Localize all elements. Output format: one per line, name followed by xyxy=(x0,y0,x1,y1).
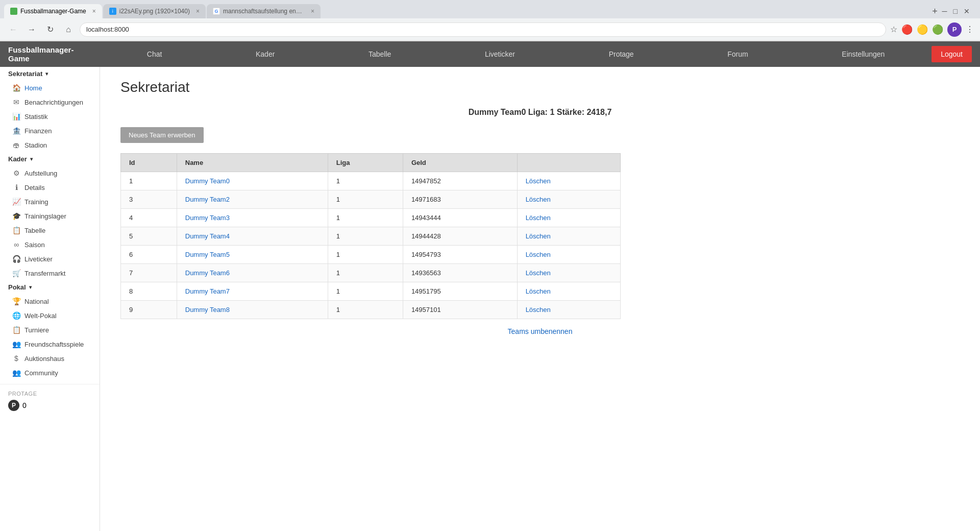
delete-link[interactable]: Löschen xyxy=(526,196,551,203)
tab-close-icon[interactable]: × xyxy=(311,8,314,15)
sidebar-item-aufstellung[interactable]: ⚙Aufstellung xyxy=(0,166,100,180)
nav-item-tabelle[interactable]: Tabelle xyxy=(363,41,396,67)
browser-tab-tab2[interactable]: ii22sAEy.png (980×531)× xyxy=(103,4,206,18)
sidebar-item-stadion[interactable]: 🏟Stadion xyxy=(0,138,100,152)
row-name[interactable]: Dummy Team4 xyxy=(177,227,328,246)
delete-link[interactable]: Löschen xyxy=(526,269,551,277)
team-link[interactable]: Dummy Team0 xyxy=(185,177,230,185)
row-liga: 1 xyxy=(328,264,403,282)
sidebar-item-label: Stadion xyxy=(24,141,47,149)
new-team-button[interactable]: Neues Team erwerben xyxy=(120,127,204,143)
delete-link[interactable]: Löschen xyxy=(526,177,551,185)
tab-close-icon[interactable]: × xyxy=(196,8,200,15)
row-name[interactable]: Dummy Team8 xyxy=(177,301,328,319)
team-link[interactable]: Dummy Team2 xyxy=(185,196,230,203)
sidebar-item-community[interactable]: 👥Community xyxy=(0,366,100,380)
sidebar-item-details[interactable]: ℹDetails xyxy=(0,180,100,195)
menu-icon[interactable]: ⋮ xyxy=(966,25,974,34)
table-row: 6Dummy Team5114954793Löschen xyxy=(121,246,621,264)
table-row: 4Dummy Team3114943444Löschen xyxy=(121,209,621,227)
tab-close-icon[interactable]: × xyxy=(92,8,96,15)
ext1-icon[interactable]: 🔴 xyxy=(901,24,913,35)
profile-button[interactable]: P xyxy=(947,22,962,37)
sidebar-item-label: Details xyxy=(24,184,45,191)
star-icon[interactable]: ☆ xyxy=(890,25,897,34)
nav-item-protage[interactable]: Protage xyxy=(604,41,639,67)
app-brand: Fussballmanager-Game xyxy=(0,45,100,63)
team-link[interactable]: Dummy Team3 xyxy=(185,214,230,222)
row-name[interactable]: Dummy Team5 xyxy=(177,246,328,264)
delete-link[interactable]: Löschen xyxy=(526,214,551,222)
address-bar[interactable] xyxy=(80,22,886,37)
team-link[interactable]: Dummy Team8 xyxy=(185,306,230,313)
sidebar-item-icon: 📊 xyxy=(12,112,20,120)
forward-button[interactable]: → xyxy=(24,22,39,37)
nav-item-liveticker[interactable]: Liveticker xyxy=(480,41,520,67)
row-geld: 14944428 xyxy=(403,227,517,246)
sidebar-item-benachrichtigungen[interactable]: ✉Benachrichtigungen xyxy=(0,95,100,109)
sidebar-item-auktionshaus[interactable]: $Auktionshaus xyxy=(0,351,100,366)
delete-link[interactable]: Löschen xyxy=(526,287,551,295)
sidebar-item-welt-pokal[interactable]: 🌐Welt-Pokal xyxy=(0,308,100,323)
sidebar-item-national[interactable]: 🏆National xyxy=(0,294,100,308)
sidebar-item-turniere[interactable]: 📋Turniere xyxy=(0,323,100,337)
nav-item-einstellungen[interactable]: Einstellungen xyxy=(837,41,890,67)
sidebar-icon: $ xyxy=(12,354,20,363)
sidebar-item-icon: 🏆 xyxy=(12,297,20,305)
maximize-icon[interactable]: □ xyxy=(953,7,958,15)
sidebar-item-freundschaftsspiele[interactable]: 👥Freundschaftsspiele xyxy=(0,337,100,351)
sidebar-item-finanzen[interactable]: 🏦Finanzen xyxy=(0,124,100,138)
row-name[interactable]: Dummy Team7 xyxy=(177,282,328,301)
ext2-icon[interactable]: 🟡 xyxy=(917,24,928,35)
row-id: 8 xyxy=(121,282,177,301)
sidebar-item-label: Saison xyxy=(24,241,45,249)
team-link[interactable]: Dummy Team5 xyxy=(185,251,230,258)
sidebar-item-saison[interactable]: ∞Saison xyxy=(0,237,100,252)
sidebar-section-sekretariat[interactable]: Sekretariat ▾ xyxy=(0,67,100,81)
refresh-button[interactable]: ↻ xyxy=(43,22,57,37)
sidebar-item-label: Turniere xyxy=(24,326,49,334)
browser-tab-tab3[interactable]: Gmannschaftsaufstellung englisch...× xyxy=(207,4,321,18)
team-link[interactable]: Dummy Team7 xyxy=(185,287,230,295)
row-name[interactable]: Dummy Team0 xyxy=(177,172,328,190)
team-link[interactable]: Dummy Team6 xyxy=(185,269,230,277)
sidebar-item-label: Home xyxy=(24,84,42,92)
sidebar-item-training[interactable]: 📈Training xyxy=(0,195,100,209)
sidebar-section-kader[interactable]: Kader ▾ xyxy=(0,152,100,166)
sidebar-item-home[interactable]: 🏠Home xyxy=(0,81,100,95)
sidebar-item-trainingslager[interactable]: 🎓Trainingslager xyxy=(0,209,100,223)
home-button[interactable]: ⌂ xyxy=(61,22,76,37)
sidebar-item-label: Tabelle xyxy=(24,227,45,234)
sidebar-item-liveticker[interactable]: 🎧Liveticker xyxy=(0,252,100,266)
row-liga: 1 xyxy=(328,190,403,209)
browser-chrome: Fussballmanager-Game×ii22sAEy.png (1920×… xyxy=(0,0,980,41)
logout-button[interactable]: Logout xyxy=(932,46,972,62)
sidebar-item-tabelle[interactable]: 📋Tabelle xyxy=(0,223,100,237)
tab-label: Fussballmanager-Game xyxy=(20,8,86,15)
minimize-icon[interactable]: ─ xyxy=(942,7,947,15)
nav-item-chat[interactable]: Chat xyxy=(142,41,167,67)
row-action: Löschen xyxy=(517,172,620,190)
row-name[interactable]: Dummy Team6 xyxy=(177,264,328,282)
nav-item-forum[interactable]: Forum xyxy=(722,41,753,67)
back-button[interactable]: ← xyxy=(6,22,20,37)
sidebar-section-pokal[interactable]: Pokal ▾ xyxy=(0,280,100,294)
new-tab-button[interactable]: + xyxy=(928,4,942,18)
sidebar-item-icon: ℹ xyxy=(12,183,20,191)
delete-link[interactable]: Löschen xyxy=(526,306,551,313)
close-icon[interactable]: ✕ xyxy=(964,7,970,15)
sidebar-item-transfermarkt[interactable]: 🛒Transfermarkt xyxy=(0,266,100,280)
ext3-icon[interactable]: 🟢 xyxy=(932,24,943,35)
row-name[interactable]: Dummy Team2 xyxy=(177,190,328,209)
browser-tab-tab1[interactable]: Fussballmanager-Game× xyxy=(4,4,102,18)
chevron-icon: ▾ xyxy=(45,71,48,77)
team-link[interactable]: Dummy Team4 xyxy=(185,232,230,240)
delete-link[interactable]: Löschen xyxy=(526,232,551,240)
delete-link[interactable]: Löschen xyxy=(526,251,551,258)
sidebar-item-statistik[interactable]: 📊Statistik xyxy=(0,109,100,124)
rename-teams-link[interactable]: Teams umbenennen xyxy=(120,327,960,335)
row-action: Löschen xyxy=(517,246,620,264)
row-name[interactable]: Dummy Team3 xyxy=(177,209,328,227)
nav-item-kader[interactable]: Kader xyxy=(251,41,280,67)
sidebar-icon: 🛒 xyxy=(12,269,20,277)
